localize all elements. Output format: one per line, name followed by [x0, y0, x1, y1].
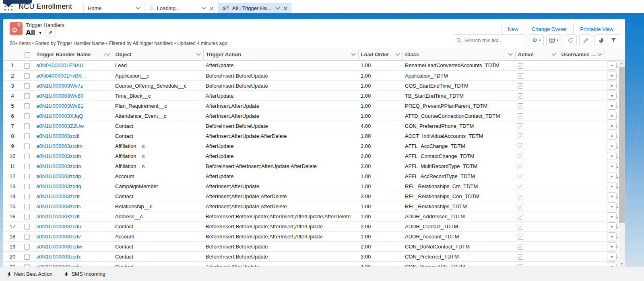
close-icon[interactable]: [283, 6, 287, 10]
row-checkbox[interactable]: [24, 254, 30, 260]
new-button[interactable]: New: [501, 23, 525, 35]
pin-list-view-button[interactable]: [45, 28, 56, 37]
column-header-class[interactable]: Class: [402, 49, 515, 60]
column-menu-chevron-icon[interactable]: [597, 53, 602, 56]
row-actions-button[interactable]: ▾: [607, 242, 617, 250]
trigger-handler-link[interactable]: a0N1U000003zcdx: [36, 254, 81, 260]
row-actions-button[interactable]: ▾: [607, 62, 617, 70]
trigger-handler-link[interactable]: a0N1U000003zcdm: [36, 143, 83, 149]
trigger-handler-link[interactable]: a0N1U000003zcdl: [36, 133, 79, 139]
row-actions-button[interactable]: ▾: [607, 72, 617, 80]
charts-button[interactable]: [594, 34, 607, 46]
change-owner-button[interactable]: Change Owner: [525, 23, 574, 35]
row-checkbox[interactable]: [24, 73, 30, 79]
row-checkbox[interactable]: [24, 194, 30, 199]
scroll-down-arrow-icon[interactable]: ▼: [619, 261, 625, 267]
column-header-load-order[interactable]: Load Order: [358, 49, 402, 60]
row-actions-button[interactable]: ▾: [607, 122, 617, 130]
column-menu-chevron-icon[interactable]: [351, 53, 356, 56]
utility-sms-incoming[interactable]: SMS Incoming: [61, 267, 109, 281]
tab-home[interactable]: Home: [83, 3, 144, 13]
row-actions-button[interactable]: ▾: [607, 263, 617, 267]
row-actions-button[interactable]: ▾: [607, 112, 617, 120]
printable-view-button[interactable]: Printable View: [574, 23, 620, 35]
row-actions-button[interactable]: ▾: [607, 212, 617, 220]
row-checkbox[interactable]: [24, 174, 30, 179]
row-checkbox[interactable]: [24, 63, 30, 69]
column-header-active[interactable]: Active: [515, 49, 559, 60]
list-view-controls-button[interactable]: ⚙▾: [529, 34, 544, 46]
row-checkbox[interactable]: [24, 113, 30, 119]
row-actions-button[interactable]: ▾: [607, 182, 617, 190]
trigger-handler-link[interactable]: a0N04000001FvBK: [36, 73, 82, 79]
trigger-handler-link[interactable]: a0N1U000003zcdo: [36, 163, 81, 169]
trigger-handler-link[interactable]: a0N1U000003XJqQ: [36, 113, 83, 119]
trigger-handler-link[interactable]: a0N1U000003zcdt: [36, 213, 80, 219]
chevron-down-icon[interactable]: [275, 7, 280, 10]
trigger-handler-link[interactable]: a0N1U000003zcds: [36, 203, 81, 209]
trigger-handler-link[interactable]: a0N1U000003zcdn: [36, 153, 81, 159]
row-actions-button[interactable]: ▾: [607, 132, 617, 140]
row-checkbox[interactable]: [24, 224, 30, 230]
column-header-object[interactable]: Object: [113, 49, 203, 60]
list-view-name[interactable]: All: [26, 28, 35, 37]
row-actions-button[interactable]: ▾: [607, 252, 617, 260]
search-box[interactable]: [453, 34, 526, 46]
row-checkbox[interactable]: [24, 244, 30, 250]
row-checkbox[interactable]: [24, 214, 30, 219]
row-actions-button[interactable]: ▾: [607, 152, 617, 160]
row-actions-button[interactable]: ▾: [607, 202, 617, 210]
trigger-handler-link[interactable]: a0N1U000003zcdw: [36, 244, 82, 250]
chevron-down-icon[interactable]: [202, 7, 206, 10]
close-icon[interactable]: [210, 6, 214, 10]
row-actions-button[interactable]: ▾: [607, 222, 617, 230]
row-checkbox[interactable]: [24, 83, 30, 89]
column-menu-chevron-icon[interactable]: [508, 53, 513, 56]
row-checkbox[interactable]: [24, 184, 30, 189]
trigger-handler-link[interactable]: a0N04000001FNAU: [36, 62, 83, 68]
refresh-button[interactable]: [564, 34, 577, 46]
list-view-selector-caret-icon[interactable]: ▼: [38, 31, 42, 35]
row-actions-button[interactable]: ▾: [607, 102, 617, 110]
column-header-trigger-action[interactable]: Trigger Action: [203, 49, 358, 60]
row-checkbox[interactable]: [24, 133, 30, 139]
row-actions-button[interactable]: ▾: [607, 172, 617, 180]
chevron-down-icon[interactable]: [136, 7, 140, 10]
column-menu-chevron-icon[interactable]: [105, 53, 110, 56]
column-menu-chevron-icon[interactable]: [395, 53, 400, 56]
trigger-handler-link[interactable]: a0N1U000003zcdr: [36, 193, 80, 199]
utility-next-best-action[interactable]: Next Best Action: [4, 267, 56, 281]
row-actions-button[interactable]: ▾: [607, 142, 617, 150]
trigger-handler-link[interactable]: a0N1U000003Wv80: [36, 93, 83, 99]
row-actions-button[interactable]: ▾: [607, 232, 617, 240]
trigger-handler-link[interactable]: a0N1U000003Z2Uw: [36, 123, 84, 129]
trigger-handler-link[interactable]: a0N1U000003Wv81: [36, 103, 83, 109]
display-as-button[interactable]: ▾: [546, 34, 561, 46]
tab-all-trigger-handlers[interactable]: ⚙⚙ All | Trigger Handlers: [218, 3, 291, 13]
column-header-trigger-handler-name[interactable]: Trigger Handler Name↑: [34, 49, 113, 60]
row-checkbox[interactable]: [24, 204, 30, 209]
row-checkbox[interactable]: [24, 93, 30, 99]
row-checkbox[interactable]: [24, 164, 30, 169]
row-checkbox[interactable]: [24, 103, 30, 109]
scroll-up-arrow-icon[interactable]: ▲: [619, 61, 625, 66]
trigger-handler-link[interactable]: a0N1U000003Wv7z: [36, 83, 83, 89]
row-checkbox[interactable]: [24, 144, 30, 149]
tab-loading[interactable]: Loading...: [144, 3, 218, 13]
column-menu-chevron-icon[interactable]: [196, 53, 201, 56]
row-actions-button[interactable]: ▾: [607, 192, 617, 200]
vertical-scrollbar[interactable]: ▲ ▼: [619, 61, 625, 267]
row-actions-button[interactable]: ▾: [607, 162, 617, 170]
row-actions-button[interactable]: ▾: [607, 92, 617, 100]
trigger-handler-link[interactable]: a0N1U000003zcdp: [36, 173, 81, 179]
trigger-handler-link[interactable]: a0N1U000003zcdy: [36, 264, 81, 267]
scrollbar-thumb[interactable]: [619, 67, 625, 223]
row-checkbox[interactable]: [24, 234, 30, 240]
column-menu-chevron-icon[interactable]: [551, 53, 556, 56]
row-checkbox[interactable]: [24, 123, 30, 129]
filters-button[interactable]: [607, 34, 620, 46]
trigger-handler-link[interactable]: a0N1U000003zcdu: [36, 224, 81, 230]
trigger-handler-link[interactable]: a0N1U000003zcdv: [36, 234, 81, 240]
inline-edit-button[interactable]: [579, 34, 592, 46]
trigger-handler-link[interactable]: a0N1U000003zcdq: [36, 183, 81, 189]
